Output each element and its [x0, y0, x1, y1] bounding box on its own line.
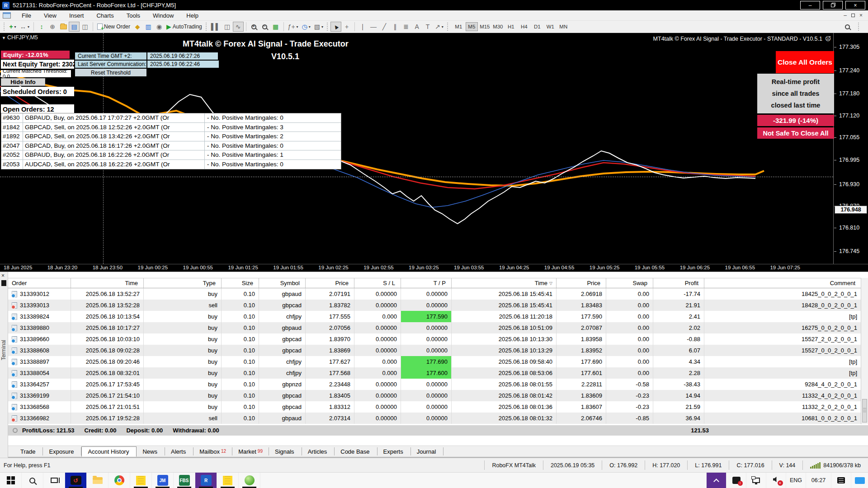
table-row[interactable]: 313389880 2025.06.18 10:17:27 buy 0.10 g… [8, 322, 861, 333]
taskbar-app-button[interactable]: R [195, 473, 217, 488]
terminal-tab[interactable]: Alerts [165, 447, 193, 455]
strategy-tester-button[interactable]: ◫ [80, 22, 90, 32]
menu-item[interactable]: Help [180, 11, 205, 20]
reset-threshold-button[interactable]: Reset Threshold [75, 69, 146, 76]
record-button[interactable]: ◉ [154, 22, 165, 32]
text-button[interactable]: A [411, 22, 422, 32]
symbol-search-button[interactable] [842, 22, 853, 32]
chart-symbol-label[interactable]: ▼CHFJPY,M5 [2, 34, 38, 41]
taskbar-app-button[interactable] [87, 473, 108, 488]
menu-item[interactable]: Charts [90, 11, 120, 20]
market-watch-button[interactable]: ↕ [36, 22, 47, 32]
column-header[interactable]: Swap [606, 278, 653, 288]
new-chart-button[interactable]: +▾ [7, 22, 18, 32]
terminal-tab[interactable]: Market99 [232, 447, 269, 455]
close-button[interactable]: × [845, 1, 865, 9]
table-row[interactable]: 313388054 2025.06.18 08:32:01 buy 0.10 c… [8, 367, 861, 379]
timeframe-button[interactable]: MN [557, 22, 570, 31]
timeframe-button[interactable]: M1 [453, 22, 465, 31]
column-header[interactable]: Comment [704, 278, 861, 288]
terminal-dock-icon[interactable] [1, 280, 6, 286]
channel-button[interactable]: ∥ [390, 22, 401, 32]
bar-chart-button[interactable]: ▌▌ [209, 22, 222, 32]
vertical-line-button[interactable]: | [357, 22, 368, 32]
history-center-button[interactable] [58, 22, 69, 32]
expert-advisors-button[interactable]: ◆ [132, 22, 143, 32]
timeframe-button[interactable]: H4 [518, 22, 530, 31]
new-order-button[interactable]: New Order [95, 22, 132, 32]
zoom-out-button[interactable]: − [259, 22, 270, 32]
scrollbar-thumb[interactable] [862, 399, 867, 422]
table-row[interactable]: 313389824 2025.06.18 10:13:54 buy 0.10 c… [8, 311, 861, 322]
timeframe-button[interactable]: M15 [479, 22, 491, 31]
column-header[interactable]: Order [8, 278, 71, 288]
table-row[interactable]: 313364257 2025.06.17 17:53:45 buy 0.10 g… [8, 379, 861, 390]
navigator-button[interactable]: ⊕ [47, 22, 58, 32]
taskbar-app-button[interactable] [108, 473, 130, 488]
column-header[interactable]: Price [306, 278, 354, 288]
time-axis[interactable]: 18 Jun 202518 Jun 23:2018 Jun 23:5019 Ju… [0, 264, 868, 272]
menu-item[interactable]: Window [146, 11, 180, 20]
terminal-tab[interactable]: Signals [269, 447, 302, 455]
terminal-tab[interactable]: Experts [377, 447, 411, 455]
menu-item[interactable]: View [38, 11, 63, 20]
start-button[interactable] [0, 473, 22, 488]
terminal-tab[interactable]: Mailbox12 [193, 447, 232, 455]
table-row[interactable]: 313388897 2025.06.18 09:20:46 buy 0.10 c… [8, 356, 861, 367]
trendline-button[interactable]: ╱ [379, 22, 390, 32]
child-close-icon[interactable]: × [859, 12, 863, 19]
terminal-button[interactable]: ▤ [69, 22, 80, 32]
taskbar-app-button[interactable] [239, 473, 260, 488]
child-minimize-icon[interactable]: – [844, 12, 847, 19]
timeframe-button[interactable]: W1 [544, 22, 557, 31]
price-axis[interactable]: 177.305177.240177.180177.120177.055176.9… [833, 33, 868, 264]
terminal-tab[interactable]: News [137, 447, 165, 455]
taskbar-search-button[interactable] [22, 473, 43, 488]
column-header[interactable]: Price [557, 278, 606, 288]
taskbar-clock[interactable]: 06:27 [806, 473, 831, 488]
task-view-button[interactable] [43, 473, 65, 488]
table-row[interactable]: 313369199 2025.06.17 21:54:10 buy 0.10 g… [8, 390, 861, 401]
show-desktop-button[interactable] [851, 473, 868, 488]
table-scrollbar[interactable] [861, 278, 868, 424]
taskbar-app-button[interactable]: ↺ [65, 473, 87, 488]
chart-window-icon[interactable] [3, 12, 11, 19]
column-header[interactable]: Time▽ [452, 278, 557, 288]
line-chart-button[interactable]: ∿ [233, 22, 244, 32]
menu-item[interactable]: Insert [63, 11, 90, 20]
chart-area[interactable]: MT4talk © Forex AI Signal - Trade Execut… [0, 33, 868, 264]
periods-button[interactable]: ◷▾ [300, 22, 312, 32]
table-row[interactable]: 313368568 2025.06.17 21:01:51 buy 0.10 g… [8, 401, 861, 413]
scripts-button[interactable]: ▥ [143, 22, 154, 32]
timeframe-button[interactable]: D1 [531, 22, 543, 31]
toolbar-grip[interactable] [4, 23, 5, 31]
network-button[interactable] [746, 473, 766, 488]
volume-button[interactable]: × [766, 473, 786, 488]
column-header[interactable]: T / P [401, 278, 452, 288]
table-row[interactable]: 313366982 2025.06.17 19:52:28 sell 0.10 … [8, 413, 861, 424]
tray-overflow-button[interactable] [706, 473, 726, 488]
notification-center-button[interactable] [831, 473, 851, 488]
taskbar-app-button[interactable]: JM [152, 473, 174, 488]
candlestick-button[interactable]: ◫ [222, 22, 233, 32]
templates-button[interactable]: ▧▾ [312, 22, 325, 32]
menu-item[interactable]: Tools [120, 11, 146, 20]
column-header[interactable]: S / L [354, 278, 401, 288]
terminal-close-icon[interactable]: × [1, 272, 5, 279]
table-row[interactable]: 313389660 2025.06.18 10:03:10 buy 0.10 g… [8, 333, 861, 345]
text-label-button[interactable]: T [422, 22, 433, 32]
timeframe-button[interactable]: H1 [505, 22, 517, 31]
autotrading-button[interactable]: ▶AutoTrading [165, 22, 204, 32]
tray-app-button[interactable] [726, 473, 746, 488]
column-header[interactable]: Symbol [259, 278, 306, 288]
terminal-tab[interactable]: Journal [411, 447, 444, 455]
cursor-button[interactable]: ▲ [330, 22, 341, 32]
minimize-button[interactable]: – [800, 1, 820, 9]
close-all-orders-button[interactable]: Close All Orders [776, 51, 834, 73]
zoom-in-button[interactable]: + [249, 22, 259, 32]
taskbar-app-button[interactable]: FBS [174, 473, 195, 488]
tile-windows-button[interactable]: ▦ [270, 22, 281, 32]
table-row[interactable]: 313393012 2025.06.18 13:52:27 buy 0.10 g… [8, 288, 861, 300]
arrows-button[interactable]: ↗▾ [433, 22, 445, 32]
terminal-tab[interactable]: Code Base [335, 447, 377, 455]
